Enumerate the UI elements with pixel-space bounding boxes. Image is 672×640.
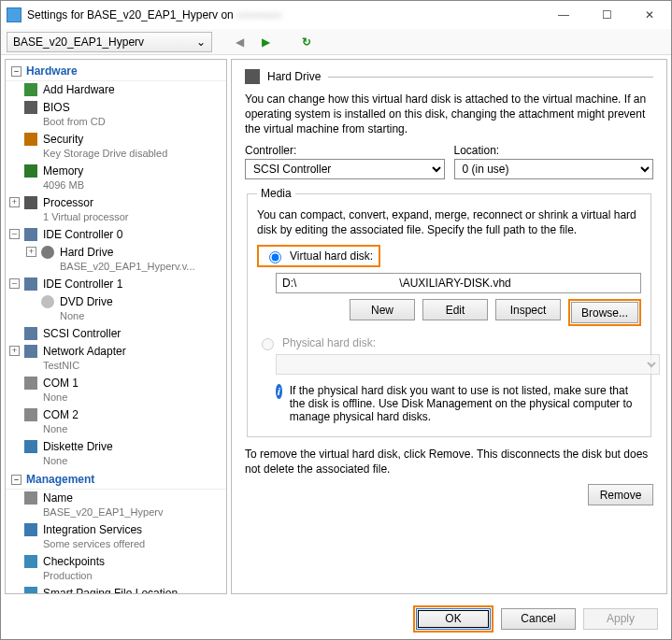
panel-intro: You can change how this virtual hard dis… (245, 92, 653, 136)
window-title: Settings for BASE_v20_EAP1_Hyperv on ———… (27, 8, 542, 21)
settings-window: Settings for BASE_v20_EAP1_Hyperv on ———… (0, 0, 672, 640)
cancel-button[interactable]: Cancel (501, 608, 576, 630)
vhd-radio[interactable] (269, 251, 281, 263)
controller-select[interactable]: SCSI Controller (245, 159, 445, 179)
harddrive-icon (245, 69, 260, 84)
settings-tree[interactable]: – Hardware Add Hardware BIOSBoot from CD… (5, 59, 227, 594)
tree-bios[interactable]: BIOSBoot from CD (6, 99, 226, 131)
category-management[interactable]: – Management (6, 470, 226, 490)
vhd-radio-label: Virtual hard disk: (290, 249, 373, 263)
vhd-path-input[interactable] (276, 273, 641, 293)
maximize-button[interactable]: ☐ (585, 1, 628, 29)
expand-icon[interactable]: + (26, 247, 36, 257)
remove-button[interactable]: Remove (588, 484, 653, 505)
highlight-vhd-radio: Virtual hard disk: (257, 245, 380, 267)
nav-prev-button[interactable]: ◀ (229, 32, 250, 52)
remove-desc: To remove the virtual hard disk, click R… (245, 447, 653, 476)
controller-label: Controller: (245, 144, 445, 157)
physical-radio-label: Physical hard disk: (282, 336, 376, 349)
ok-button[interactable]: OK (416, 608, 491, 630)
tree-ide1[interactable]: –IDE Controller 1 (6, 276, 226, 293)
highlight-ok: OK (413, 605, 493, 633)
detail-panel: Hard Drive You can change how this virtu… (231, 59, 667, 594)
app-icon (7, 7, 21, 22)
new-button[interactable]: New (350, 299, 415, 320)
apply-button: Apply (583, 608, 658, 630)
physical-disk-select (276, 354, 660, 375)
tree-com2[interactable]: COM 2None (6, 406, 226, 438)
tree-processor[interactable]: +Processor1 Virtual processor (6, 194, 226, 226)
tree-checkpoints[interactable]: CheckpointsProduction (6, 553, 226, 585)
tree-name[interactable]: NameBASE_v20_EAP1_Hyperv (6, 490, 226, 521)
hostname-obscured: ———— (236, 8, 281, 21)
highlight-browse: Browse... (568, 299, 641, 326)
tree-add-hardware[interactable]: Add Hardware (6, 81, 226, 99)
location-label: Location: (454, 144, 654, 157)
tree-ide0[interactable]: –IDE Controller 0 (6, 226, 226, 244)
tree-ide1-dvd[interactable]: DVD DriveNone (6, 293, 226, 325)
collapse-icon[interactable]: – (11, 66, 21, 77)
dialog-footer: OK Cancel Apply (1, 598, 671, 639)
vm-selector[interactable]: BASE_v20_EAP1_Hyperv⌄ (7, 32, 212, 52)
tree-scsi[interactable]: SCSI Controller (6, 325, 226, 343)
media-legend: Media (257, 187, 295, 200)
media-fieldset: Media You can compact, convert, expand, … (247, 187, 651, 437)
browse-button[interactable]: Browse... (571, 302, 638, 323)
tree-com1[interactable]: COM 1None (6, 375, 226, 406)
close-button[interactable]: ✕ (628, 1, 671, 29)
location-select[interactable]: 0 (in use) (454, 159, 654, 179)
tree-network[interactable]: +Network AdapterTestNIC (6, 343, 226, 375)
tree-diskette[interactable]: Diskette DriveNone (6, 438, 226, 470)
toolbar: BASE_v20_EAP1_Hyperv⌄ ◀ ▶ ↻ (1, 29, 671, 55)
tree-integration[interactable]: Integration ServicesSome services offere… (6, 521, 226, 553)
tree-security[interactable]: SecurityKey Storage Drive disabled (6, 131, 226, 163)
minimize-button[interactable]: — (542, 1, 585, 29)
nav-next-button[interactable]: ▶ (255, 32, 276, 52)
tree-ide0-harddrive[interactable]: +Hard DriveBASE_v20_EAP1_Hyperv.v... (6, 244, 226, 276)
collapse-icon[interactable]: – (9, 229, 20, 239)
media-desc: You can compact, convert, expand, merge,… (257, 207, 641, 237)
info-icon: i (276, 384, 282, 399)
physical-radio (262, 338, 274, 350)
refresh-button[interactable]: ↻ (296, 32, 317, 52)
collapse-icon[interactable]: – (9, 278, 20, 289)
chevron-down-icon: ⌄ (196, 36, 206, 49)
expand-icon[interactable]: + (9, 197, 20, 207)
edit-button[interactable]: Edit (422, 299, 488, 320)
tree-memory[interactable]: Memory4096 MB (6, 163, 226, 194)
collapse-icon[interactable]: – (11, 475, 21, 485)
expand-icon[interactable]: + (9, 346, 20, 356)
panel-heading: Hard Drive (267, 70, 321, 83)
titlebar: Settings for BASE_v20_EAP1_Hyperv on ———… (1, 1, 671, 29)
tree-smart-paging[interactable]: Smart Paging File Locationd:\Hyper-V\con… (6, 585, 226, 594)
inspect-button[interactable]: Inspect (495, 299, 561, 320)
info-text: If the physical hard disk you want to us… (290, 384, 641, 423)
category-hardware[interactable]: – Hardware (6, 62, 226, 81)
